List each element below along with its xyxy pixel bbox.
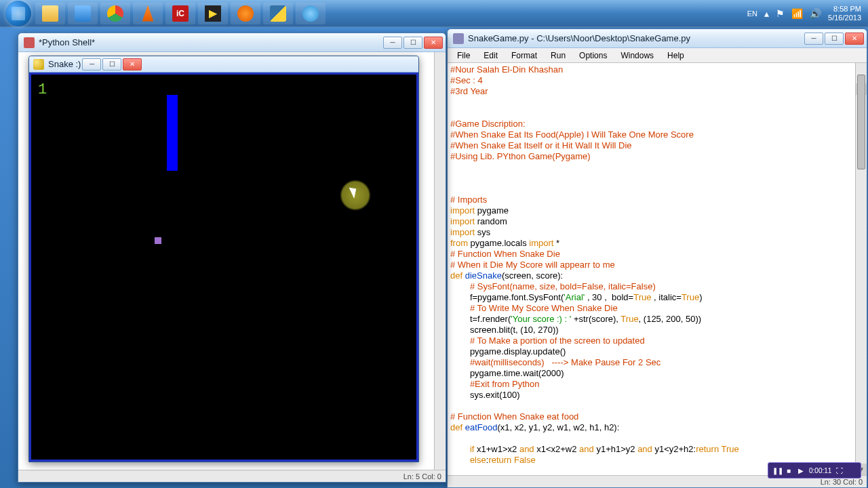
network-icon[interactable]: 📶 — [791, 8, 803, 19]
menu-format[interactable]: Format — [505, 49, 544, 62]
media-control-widget[interactable]: ❚❚ ■ ▶ 0:00:11 ⛶ — [768, 462, 861, 479]
shell-title: *Python Shell* — [39, 37, 95, 47]
food-item — [155, 237, 161, 244]
maximize-button[interactable]: ☐ — [403, 37, 422, 49]
media-play-icon[interactable]: ▶ — [797, 467, 805, 474]
task-explorer[interactable] — [35, 3, 65, 24]
scroll-thumb[interactable] — [857, 75, 865, 169]
shell-titlebar[interactable]: *Python Shell* ─ ☐ ✕ — [18, 33, 446, 52]
shell-statusbar: Ln: 5 Col: 0 — [18, 470, 446, 482]
show-hidden-icons[interactable]: ▴ — [764, 8, 769, 19]
media-expand-icon[interactable]: ⛶ — [835, 467, 844, 474]
clock[interactable]: 8:58 PM 5/16/2013 — [828, 5, 861, 21]
idle-title: SnakeGame.py - C:\Users\Noor\Desktop\Sna… — [468, 33, 690, 43]
idle-titlebar[interactable]: SnakeGame.py - C:\Users\Noor\Desktop\Sna… — [448, 29, 867, 48]
python-icon — [453, 33, 464, 44]
shell-cursor-pos: Ln: 5 Col: 0 — [403, 472, 441, 481]
menu-windows[interactable]: Windows — [614, 49, 660, 62]
close-button[interactable]: ✕ — [123, 58, 142, 70]
snake-game-window: Snake :) ─ ☐ ✕ 1 — [28, 56, 419, 462]
task-app-1[interactable] — [68, 3, 98, 24]
flag-icon[interactable]: ⚑ — [776, 8, 785, 19]
clock-time: 8:58 PM — [828, 5, 861, 13]
task-chrome[interactable] — [100, 3, 130, 24]
close-button[interactable]: ✕ — [424, 37, 443, 49]
code-editor[interactable]: #Nour Salah El-Din Khashan #Sec : 4 #3rd… — [448, 63, 867, 475]
system-tray: EN ▴ ⚑ 📶 🔊 8:58 PM 5/16/2013 — [747, 5, 868, 21]
media-stop-icon[interactable]: ■ — [785, 467, 793, 474]
game-canvas[interactable]: 1 — [29, 73, 418, 462]
editor-scrollbar[interactable]: ▲ ▼ — [855, 63, 867, 475]
shell-scrollbar[interactable] — [434, 52, 446, 470]
idle-icon — [24, 37, 35, 48]
snake-titlebar[interactable]: Snake :) ─ ☐ ✕ — [29, 56, 418, 73]
mouse-cursor-icon — [351, 186, 359, 198]
idle-editor-window: SnakeGame.py - C:\Users\Noor\Desktop\Sna… — [447, 28, 867, 488]
idle-cursor-pos: Ln: 30 Col: 0 — [821, 478, 863, 486]
menu-edit[interactable]: Edit — [477, 49, 505, 62]
menu-options[interactable]: Options — [572, 49, 614, 62]
media-prev-icon[interactable]: ❚❚ — [772, 467, 781, 474]
menu-run[interactable]: Run — [544, 49, 572, 62]
score-display: 1 — [38, 81, 47, 98]
clock-date: 5/16/2013 — [828, 14, 861, 22]
snake-title: Snake :) — [48, 59, 81, 69]
task-firefox[interactable] — [231, 3, 260, 24]
start-button[interactable] — [5, 1, 31, 26]
language-indicator[interactable]: EN — [747, 9, 757, 18]
maximize-button[interactable]: ☐ — [102, 58, 121, 70]
task-app-red[interactable]: iC — [165, 3, 195, 24]
volume-icon[interactable]: 🔊 — [810, 8, 821, 19]
pygame-icon — [33, 59, 44, 70]
maximize-button[interactable]: ☐ — [825, 33, 844, 45]
task-media[interactable]: ▶ — [198, 3, 228, 24]
task-vlc[interactable] — [133, 3, 163, 24]
snake-body — [167, 95, 178, 171]
task-python[interactable] — [263, 3, 293, 24]
media-time: 0:00:11 — [809, 467, 831, 474]
task-app-blue[interactable] — [296, 3, 326, 24]
minimize-button[interactable]: ─ — [804, 33, 823, 45]
close-button[interactable]: ✕ — [845, 33, 864, 45]
menu-help[interactable]: Help — [660, 49, 691, 62]
minimize-button[interactable]: ─ — [82, 58, 101, 70]
minimize-button[interactable]: ─ — [383, 37, 402, 49]
idle-menubar: File Edit Format Run Options Windows Hel… — [448, 48, 867, 63]
menu-file[interactable]: File — [450, 49, 477, 62]
taskbar: iC ▶ EN ▴ ⚑ 📶 🔊 8:58 PM 5/16/2013 — [0, 0, 868, 27]
